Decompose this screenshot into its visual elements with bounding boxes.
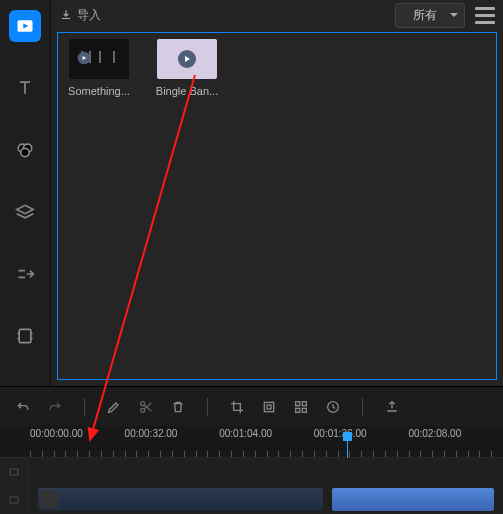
media-clip[interactable]: Something... xyxy=(64,39,134,97)
timeline-toolbar xyxy=(0,386,503,426)
list-view-toggle[interactable] xyxy=(475,5,495,25)
svg-rect-8 xyxy=(30,333,33,335)
svg-rect-14 xyxy=(267,405,271,409)
media-panel: 导入 所有 Something...Bingle Ban... xyxy=(50,0,503,386)
media-clip[interactable]: Bingle Ban... xyxy=(152,39,222,97)
timeline-clip[interactable] xyxy=(332,488,494,511)
svg-rect-21 xyxy=(10,497,18,503)
effects-tab-icon[interactable] xyxy=(9,134,41,166)
svg-rect-10 xyxy=(30,338,33,340)
export-icon[interactable] xyxy=(383,398,401,416)
svg-rect-15 xyxy=(296,401,300,405)
filter-dropdown[interactable]: 所有 xyxy=(395,3,465,28)
freeze-icon[interactable] xyxy=(260,398,278,416)
svg-rect-16 xyxy=(302,401,306,405)
media-grid[interactable]: Something...Bingle Ban... xyxy=(57,32,497,380)
undo-icon[interactable] xyxy=(14,398,32,416)
media-clip-name: Bingle Ban... xyxy=(156,85,218,97)
export-tab-icon[interactable] xyxy=(9,320,41,352)
grid-icon[interactable] xyxy=(292,398,310,416)
svg-rect-20 xyxy=(10,469,18,475)
crop-icon[interactable] xyxy=(228,398,246,416)
timeline: 00:00:00.0000:00:32.0000:01:04.0000:01:3… xyxy=(0,426,503,514)
filter-selected: 所有 xyxy=(413,8,437,22)
edit-icon[interactable] xyxy=(105,398,123,416)
svg-rect-13 xyxy=(264,402,273,411)
timeline-track[interactable] xyxy=(0,458,503,486)
ruler-label: 00:00:00.00 xyxy=(30,428,125,439)
ruler-label: 00:00:32.00 xyxy=(125,428,220,439)
svg-rect-9 xyxy=(18,338,21,340)
svg-rect-18 xyxy=(302,408,306,412)
timeline-clip[interactable] xyxy=(38,488,323,511)
left-sidebar xyxy=(0,0,50,386)
redo-icon[interactable] xyxy=(46,398,64,416)
svg-rect-6 xyxy=(19,329,31,342)
ruler-label: 00:02:08.00 xyxy=(408,428,503,439)
delete-icon[interactable] xyxy=(169,398,187,416)
media-panel-header: 导入 所有 xyxy=(51,0,503,30)
timeline-ruler[interactable]: 00:00:00.0000:00:32.0000:01:04.0000:01:3… xyxy=(0,426,503,458)
text-tab-icon[interactable] xyxy=(9,72,41,104)
time-icon[interactable] xyxy=(324,398,342,416)
track-header-icon[interactable] xyxy=(0,486,28,513)
timeline-track[interactable] xyxy=(0,486,503,514)
track-header-icon[interactable] xyxy=(0,458,28,485)
svg-point-4 xyxy=(21,148,29,156)
svg-rect-17 xyxy=(296,408,300,412)
import-label: 导入 xyxy=(77,7,101,24)
import-button[interactable]: 导入 xyxy=(59,7,101,24)
svg-rect-7 xyxy=(18,333,21,335)
overlay-tab-icon[interactable] xyxy=(9,196,41,228)
media-clip-name: Something... xyxy=(68,85,130,97)
ruler-label: 00:01:36.00 xyxy=(314,428,409,439)
transition-tab-icon[interactable] xyxy=(9,258,41,290)
svg-marker-5 xyxy=(17,205,34,213)
cut-icon[interactable] xyxy=(137,398,155,416)
media-tab-icon[interactable] xyxy=(9,10,41,42)
ruler-label: 00:01:04.00 xyxy=(219,428,314,439)
